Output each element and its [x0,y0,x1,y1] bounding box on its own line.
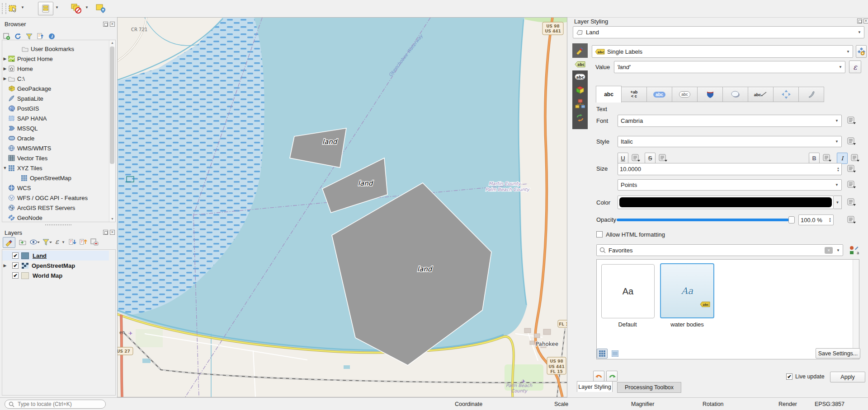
browser-item-arcgis[interactable]: ArcGIS REST Servers [2,203,109,213]
layer-row-openstreetmap[interactable]: ▶ ✔ OpenStreetMap [2,261,109,270]
style-manager-button[interactable]: a [847,244,861,256]
locate-box[interactable] [5,400,106,409]
filter-legend-icon[interactable] [42,238,53,247]
icon-view-button[interactable] [597,349,608,359]
size-units-combo[interactable]: Points▼ [618,179,842,191]
crs-label[interactable]: EPSG:3857 [815,401,844,407]
tab-mask-style[interactable]: abc [672,87,698,102]
dock-tab-processing-toolbox[interactable]: Processing Toolbox [617,382,681,393]
search-dropdown[interactable]: ▼ [836,248,840,252]
browser-item-vector-tiles[interactable]: Vector Tiles [2,153,109,163]
preset-card-default[interactable]: Aa [601,264,655,318]
underline-override-button[interactable] [630,153,642,163]
font-override-button[interactable] [846,115,858,126]
select-features-by-value-button[interactable] [38,2,53,15]
tab-labels[interactable]: abc [572,58,588,70]
opacity-slider[interactable] [617,218,796,222]
color-override-button[interactable] [846,197,858,208]
browser-item-mssql[interactable]: MSSQL [2,123,109,133]
preset-search[interactable]: Favorites × ▼ [596,244,843,256]
filter-expression-dropdown[interactable]: ▼ [61,240,65,244]
deselect-features-button[interactable] [69,2,84,15]
redo-button[interactable] [606,371,618,382]
browser-float-button[interactable] [103,22,108,27]
tab-shadow[interactable] [723,87,748,102]
select-value-dropdown[interactable]: ▼ [55,5,59,9]
manage-themes-icon[interactable] [30,238,41,247]
preset-card-water-bodies[interactable]: Aa abc [660,263,714,318]
toolbar-drag-handle[interactable] [2,3,6,14]
dock-tab-layer-styling[interactable]: Layer Styling [577,381,613,392]
tab-rendering[interactable] [799,87,824,102]
preset-scrollbar[interactable] [853,260,859,359]
bold-button[interactable]: B [809,153,820,164]
save-settings-button[interactable]: Save Settings... [816,348,860,359]
live-update-checkbox[interactable]: ✔ [786,373,793,380]
styling-close-button[interactable]: × [863,19,868,23]
browser-scrollbar[interactable]: ▲▼ [109,40,115,222]
expand-all-icon[interactable] [69,238,77,247]
tab-placement[interactable] [774,87,799,102]
browser-item-project-home[interactable]: ▶Project Home [2,54,109,64]
locate-input[interactable] [17,401,100,408]
browser-item-geopackage[interactable]: GeoPackage [2,84,109,93]
apply-button[interactable]: Apply [830,372,865,382]
browser-close-button[interactable]: × [110,22,115,27]
allow-html-checkbox[interactable] [596,231,603,238]
size-override-button[interactable] [846,163,858,174]
label-mode-selector[interactable]: abc Single Labels ▼ [592,45,853,58]
layers-float-button[interactable] [103,230,108,235]
value-combo[interactable]: 'land' ▼ [614,61,845,73]
expression-button[interactable]: ε [849,61,861,73]
strikeout-override-button[interactable] [657,153,669,163]
collapse-all-icon[interactable] [80,238,88,247]
browser-item-sap-hana[interactable]: SAP HANA [2,113,109,123]
units-override-button[interactable] [846,179,858,190]
tab-diagrams[interactable] [572,97,588,111]
layer-row-land[interactable]: ✔ Land [2,251,109,261]
deselect-dropdown[interactable]: ▼ [85,5,89,9]
layer-checkbox[interactable]: ✔ [12,262,19,269]
browser-item-oracle[interactable]: Oracle [2,133,109,143]
browser-item-spatialite[interactable]: SpatiaLite [2,93,109,103]
font-combo[interactable]: Cambria▼ [618,115,842,127]
tab-background[interactable] [698,87,723,102]
underline-button[interactable]: U [618,153,628,164]
select-features-by-rectangle-button[interactable] [6,2,20,15]
browser-item-postgis[interactable]: PostGIS [2,103,109,113]
browser-item-xyz-tiles[interactable]: ▼XYZ Tiles [2,163,109,173]
styling-layer-selector[interactable]: Land ▼ [573,26,864,38]
browser-item-c-drive[interactable]: ▶C:\ [2,74,109,84]
color-dropdown[interactable]: ▼ [834,196,842,209]
tab-history[interactable] [572,111,588,125]
size-spinbox[interactable]: 10.0000 ▲▼ [618,163,842,175]
opacity-slider-handle[interactable] [788,216,795,224]
styling-float-button[interactable] [857,19,862,23]
style-override-button[interactable] [846,136,858,147]
bold-override-button[interactable] [821,153,833,163]
italic-override-button[interactable] [849,153,861,163]
opacity-override-button[interactable] [846,214,858,225]
layer-checkbox[interactable]: ✔ [12,252,19,259]
strikeout-button[interactable]: S [645,153,656,164]
list-view-button[interactable] [609,349,620,359]
remove-layer-icon[interactable] [90,238,99,247]
browser-item-wfs[interactable]: WFS / OGC API - Features [2,193,109,203]
select-rectangle-dropdown[interactable]: ▼ [21,5,24,9]
automated-placement-button[interactable] [856,45,867,58]
tab-3d-view[interactable] [572,83,588,97]
italic-button[interactable]: I [837,153,848,164]
browser-item-user-bookmarks[interactable]: User Bookmarks [2,44,109,54]
layer-row-world-map[interactable]: ✔ World Map [2,270,109,280]
style-combo[interactable]: Italic▼ [618,136,842,147]
tab-symbology[interactable] [572,43,588,58]
layer-checkbox[interactable]: ✔ [12,272,19,279]
map-canvas[interactable]: CR 721 Okeechobee Waterway Martin County… [117,17,567,397]
add-group-icon[interactable] [19,238,27,247]
browser-item-openstreetmap[interactable]: OpenStreetMap [2,173,109,183]
tab-buffer[interactable]: abc [647,87,672,102]
browser-item-wcs[interactable]: WCS [2,183,109,193]
filter-expression-icon[interactable]: ε [55,238,59,246]
browser-item-home[interactable]: ▶Home [2,64,109,74]
undo-button[interactable] [593,371,604,382]
